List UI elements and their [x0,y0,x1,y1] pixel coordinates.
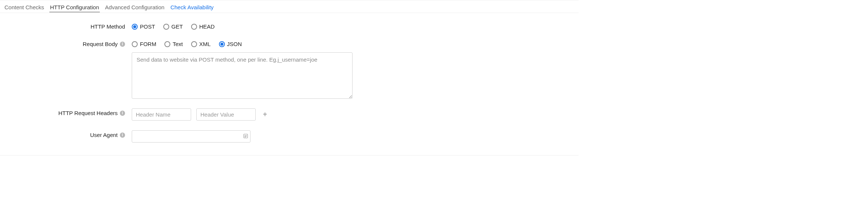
radio-icon [132,41,138,47]
http-method-label: HTTP Method [91,23,125,30]
tab-bar: Content Checks HTTP Configuration Advanc… [0,0,579,13]
request-body-xml[interactable]: XML [191,41,211,47]
request-body-form[interactable]: FORM [132,41,156,47]
radio-label: XML [199,41,211,47]
radio-label: HEAD [199,23,215,30]
http-method-radio-group: POST GET HEAD [132,22,575,30]
radio-icon [163,24,169,30]
radio-icon [164,41,170,47]
radio-label: FORM [140,41,156,47]
request-body-radio-group: FORM Text XML JSON [132,39,575,47]
request-body-text[interactable]: Text [164,41,183,47]
tab-advanced-configuration[interactable]: Advanced Configuration [104,3,165,13]
request-body-json[interactable]: JSON [219,41,242,47]
radio-label: POST [140,23,155,30]
help-icon[interactable]: i [120,133,125,138]
radio-icon [132,24,138,30]
radio-label: Text [173,41,183,47]
radio-icon [191,24,197,30]
header-value-input[interactable] [196,108,256,121]
user-agent-label: User Agent [90,132,118,138]
http-method-post[interactable]: POST [132,23,155,30]
help-icon[interactable]: i [120,111,125,116]
request-body-textarea[interactable] [132,52,353,99]
radio-label: JSON [227,41,242,47]
help-icon[interactable]: i [120,42,125,47]
radio-label: GET [171,23,183,30]
user-agent-input[interactable] [132,130,250,143]
http-method-get[interactable]: GET [163,23,183,30]
http-config-form: HTTP Method POST GET HEAD [0,13,579,155]
tab-content-checks[interactable]: Content Checks [4,3,45,13]
request-headers-label: HTTP Request Headers [58,110,118,116]
request-body-label: Request Body [83,41,118,47]
radio-icon [219,41,225,47]
add-header-button[interactable]: + [261,111,269,119]
tab-check-availability[interactable]: Check Availability [170,3,214,13]
http-method-head[interactable]: HEAD [191,23,215,30]
tab-http-configuration[interactable]: HTTP Configuration [49,3,100,13]
radio-icon [191,41,197,47]
header-name-input[interactable] [132,108,191,121]
